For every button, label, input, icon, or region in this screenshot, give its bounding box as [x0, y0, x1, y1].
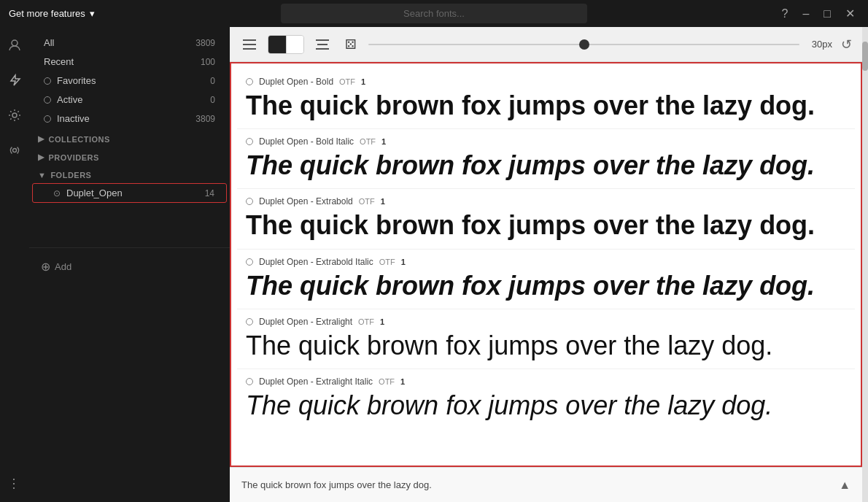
nav-recent[interactable]: Recent 100: [32, 53, 227, 71]
svg-point-1: [12, 113, 17, 117]
nav-active[interactable]: Active 0: [32, 90, 227, 109]
content-area: ⚄ 30px ↺ Duplet Open - BoldOTF1The quick…: [230, 27, 862, 502]
align-button[interactable]: [311, 36, 333, 53]
font-circle-icon: [246, 138, 253, 145]
font-circle-icon: [246, 318, 253, 325]
style-icon: ⚄: [345, 36, 357, 53]
font-name-label: Duplet Open - Extrabold: [259, 196, 353, 206]
chevron-icon: ▾: [90, 8, 95, 19]
window-controls: ? – □ ✕: [778, 5, 859, 22]
svg-point-2: [13, 149, 17, 152]
font-num-label: 1: [380, 317, 384, 326]
svg-rect-3: [243, 39, 256, 41]
reset-icon: ↺: [841, 37, 852, 52]
font-entry: Duplet Open - ExtraboldOTF1The quick bro…: [237, 189, 855, 249]
add-plus-icon: ⊕: [41, 260, 50, 274]
svg-rect-4: [243, 44, 256, 45]
folders-header[interactable]: ▼ FOLDERS: [29, 165, 230, 182]
font-preview: The quick brown fox jumps over the lazy …: [246, 390, 846, 421]
font-num-label: 1: [361, 77, 365, 86]
toolbar: ⚄ 30px ↺: [230, 27, 862, 62]
size-label: 30px: [807, 39, 832, 50]
settings-icon-btn[interactable]: [4, 104, 26, 126]
nav-inactive-count: 3809: [195, 114, 215, 124]
font-meta: Duplet Open - BoldOTF1: [246, 77, 846, 87]
light-mode-half: [286, 36, 303, 53]
nav-recent-label: Recent: [44, 56, 74, 67]
font-meta: Duplet Open - ExtraboldOTF1: [246, 196, 846, 206]
user-icon-btn[interactable]: [4, 34, 26, 56]
search-input[interactable]: [281, 4, 587, 23]
nav-active-label: Active: [57, 94, 82, 105]
style-button[interactable]: ⚄: [341, 34, 361, 55]
font-circle-icon: [246, 258, 253, 266]
font-circle-icon: [246, 78, 253, 85]
nav-favorites[interactable]: Favorites 0: [32, 72, 227, 90]
nav-all-label: All: [44, 37, 54, 48]
features-button[interactable]: Get more features ▾: [9, 8, 95, 19]
more-options-btn[interactable]: ⋯: [4, 473, 26, 495]
vertical-scrollbar[interactable]: [862, 27, 868, 502]
folders-label: FOLDERS: [50, 171, 91, 179]
folder-name: Duplet_Open: [66, 188, 123, 198]
maximize-button[interactable]: □: [819, 6, 835, 22]
nav-recent-count: 100: [201, 57, 215, 67]
collections-label: COLLECTIONS: [49, 135, 110, 144]
scrollbar-thumb[interactable]: [862, 42, 868, 71]
font-meta: Duplet Open - Bold ItalicOTF1: [246, 136, 846, 147]
size-slider-container: [368, 44, 799, 45]
providers-header[interactable]: ▶ PROVIDERS: [29, 147, 230, 165]
font-preview: The quick brown fox jumps over the lazy …: [246, 330, 846, 361]
dark-mode-half: [268, 36, 286, 53]
font-name-label: Duplet Open - Bold: [259, 77, 333, 87]
title-bar: Get more features ▾ ? – □ ✕: [0, 0, 868, 27]
close-icon: ✕: [845, 7, 855, 20]
bottom-bar: The quick brown fox jumps over the lazy …: [230, 467, 862, 502]
font-type-label: OTF: [379, 377, 395, 386]
font-meta: Duplet Open - ExtralightOTF1: [246, 317, 846, 327]
font-name-label: Duplet Open - Bold Italic: [259, 136, 354, 147]
font-meta: Duplet Open - Extrabold ItalicOTF1: [246, 257, 846, 267]
font-type-label: OTF: [360, 137, 376, 146]
lightning-icon-btn[interactable]: [4, 69, 26, 91]
sidebar-footer: ⊕ Add: [29, 247, 230, 285]
add-button[interactable]: ⊕ Add: [29, 254, 230, 279]
minimize-button[interactable]: –: [798, 6, 813, 22]
add-label: Add: [55, 261, 71, 272]
svg-rect-7: [317, 44, 328, 45]
fonts-list[interactable]: Duplet Open - BoldOTF1The quick brown fo…: [230, 62, 862, 467]
svg-rect-5: [243, 48, 256, 50]
close-button[interactable]: ✕: [841, 5, 859, 22]
font-entry: Duplet Open - Extrabold ItalicOTF1The qu…: [237, 250, 855, 309]
font-entry: Duplet Open - ExtralightOTF1The quick br…: [237, 309, 855, 369]
nav-all[interactable]: All 3809: [32, 34, 227, 52]
color-toggle[interactable]: [268, 35, 304, 54]
collections-chevron: ▶: [38, 134, 44, 144]
nav-sidebar: All 3809 Recent 100 Favorites 0 Active 0…: [29, 27, 230, 502]
maximize-icon: □: [824, 7, 831, 20]
font-preview: The quick brown fox jumps over the lazy …: [246, 150, 846, 181]
nav-all-count: 3809: [195, 38, 215, 48]
font-preview: The quick brown fox jumps over the lazy …: [246, 270, 846, 301]
broadcast-icon-btn[interactable]: [4, 139, 26, 161]
font-type-label: OTF: [358, 317, 374, 326]
bottom-arrow-icon[interactable]: ▲: [839, 479, 850, 492]
font-circle-icon: [246, 198, 253, 205]
list-view-button[interactable]: [239, 36, 260, 53]
folder-duplet-open[interactable]: ⊙ Duplet_Open 14: [32, 183, 227, 203]
font-entry: Duplet Open - Extralight ItalicOTF1The q…: [237, 369, 855, 428]
nav-inactive[interactable]: Inactive 3809: [32, 109, 227, 128]
help-button[interactable]: ?: [778, 6, 793, 22]
icon-sidebar: ⋯: [0, 27, 29, 502]
font-entry: Duplet Open - BoldOTF1The quick brown fo…: [237, 69, 855, 129]
nav-inactive-label: Inactive: [57, 113, 90, 124]
collections-header[interactable]: ▶ COLLECTIONS: [29, 128, 230, 147]
folders-chevron: ▼: [38, 171, 46, 179]
font-type-label: OTF: [339, 77, 355, 86]
folder-eye-icon: ⊙: [53, 188, 61, 198]
search-container: [281, 4, 587, 23]
reset-button[interactable]: ↺: [840, 35, 853, 54]
font-num-label: 1: [400, 377, 405, 386]
font-name-label: Duplet Open - Extralight: [259, 317, 352, 327]
size-slider[interactable]: [368, 44, 799, 45]
